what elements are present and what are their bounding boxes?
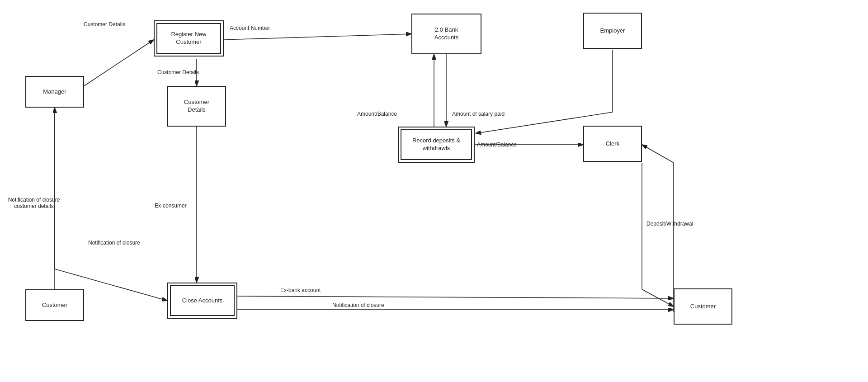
- employer-box: Employer: [583, 13, 642, 49]
- bank-accounts-box: 2.0 BankAccounts: [411, 14, 481, 54]
- label-notification-closure-customer: Notification of closure customer details: [5, 197, 63, 209]
- label-customer-details-2: Customer Details: [157, 69, 199, 75]
- register-new-customer-box: Register NewCustomer: [154, 20, 224, 57]
- label-notification-closure-2: Notification of closure: [332, 302, 384, 308]
- customer-details-box: CustomerDetails: [167, 86, 226, 127]
- record-deposits-box: Record deposits &withdrawls: [398, 127, 475, 163]
- svg-line-3: [224, 34, 411, 40]
- label-ex-bank-account: Ex-bank account: [280, 287, 321, 293]
- svg-line-15: [237, 296, 674, 298]
- svg-line-14: [642, 289, 674, 307]
- close-accounts-box: Close Accounts: [167, 283, 237, 319]
- manager-box: Manager: [25, 76, 84, 108]
- label-notification-closure: Notification of closure: [88, 240, 140, 246]
- arrows-svg: [0, 0, 868, 382]
- customer-right-box: Customer: [674, 288, 732, 325]
- svg-line-18: [642, 145, 674, 163]
- clerk-box: Clerk: [583, 126, 642, 162]
- customer-bottom-box: Customer: [25, 289, 84, 321]
- label-amount-balance-2: Amount/Balance: [477, 141, 517, 148]
- label-account-number: Account Number: [230, 25, 270, 31]
- svg-line-2: [84, 40, 154, 86]
- label-amount-salary: Amount of salary paid: [452, 111, 505, 117]
- label-amount-balance-1: Amount/Balance: [357, 111, 397, 117]
- label-ex-consumer: Ex-consumer: [155, 203, 187, 209]
- diagram-container: Manager Customer Register NewCustomer Cu…: [0, 0, 868, 382]
- label-deposit-withdrawal: Deposit/Withdrawal: [646, 221, 693, 227]
- label-customer-details-1: Customer Details: [84, 21, 125, 28]
